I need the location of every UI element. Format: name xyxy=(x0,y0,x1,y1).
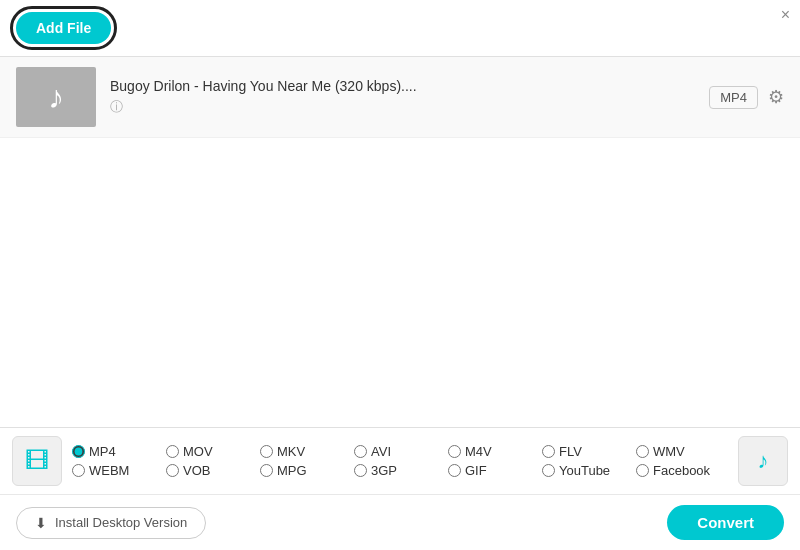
file-thumbnail: ♪ xyxy=(16,67,96,127)
radio-webm[interactable] xyxy=(72,464,85,477)
radio-label-gif: GIF xyxy=(465,463,487,478)
radio-item-wmv[interactable]: WMV xyxy=(636,444,728,459)
radio-grid: MP4 MOV MKV AVI M4V FLV WMV WEBM VOB M xyxy=(72,444,728,478)
radio-3gp[interactable] xyxy=(354,464,367,477)
file-list: ♪ Bugoy Drilon - Having You Near Me (320… xyxy=(0,57,800,138)
radio-item-gif[interactable]: GIF xyxy=(448,463,540,478)
radio-item-m4v[interactable]: M4V xyxy=(448,444,540,459)
close-button[interactable]: × xyxy=(781,6,790,24)
music-small-icon: ♪ xyxy=(758,448,769,474)
radio-label-3gp: 3GP xyxy=(371,463,397,478)
download-icon: ⬇ xyxy=(35,515,47,531)
radio-label-flv: FLV xyxy=(559,444,582,459)
radio-item-flv[interactable]: FLV xyxy=(542,444,634,459)
radio-label-mov: MOV xyxy=(183,444,213,459)
action-bar: ⬇ Install Desktop Version Convert xyxy=(0,495,800,550)
radio-label-youtube: YouTube xyxy=(559,463,610,478)
radio-item-facebook[interactable]: Facebook xyxy=(636,463,728,478)
format-badge[interactable]: MP4 xyxy=(709,86,758,109)
install-label: Install Desktop Version xyxy=(55,515,187,530)
bottom-bar: 🎞 MP4 MOV MKV AVI M4V FLV WMV WEBM xyxy=(0,427,800,550)
header: Add File xyxy=(0,0,800,57)
settings-icon[interactable]: ⚙ xyxy=(768,86,784,108)
radio-m4v[interactable] xyxy=(448,445,461,458)
radio-label-webm: WEBM xyxy=(89,463,129,478)
radio-gif[interactable] xyxy=(448,464,461,477)
install-button[interactable]: ⬇ Install Desktop Version xyxy=(16,507,206,539)
radio-item-avi[interactable]: AVI xyxy=(354,444,446,459)
radio-avi[interactable] xyxy=(354,445,367,458)
info-icon[interactable]: ⓘ xyxy=(110,98,709,116)
radio-label-avi: AVI xyxy=(371,444,391,459)
radio-label-mpg: MPG xyxy=(277,463,307,478)
main-content xyxy=(0,138,800,338)
music-icon: ♪ xyxy=(48,79,64,116)
file-actions: MP4 ⚙ xyxy=(709,86,784,109)
radio-flv[interactable] xyxy=(542,445,555,458)
radio-mpg[interactable] xyxy=(260,464,273,477)
radio-item-3gp[interactable]: 3GP xyxy=(354,463,446,478)
radio-item-mkv[interactable]: MKV xyxy=(260,444,352,459)
radio-item-mov[interactable]: MOV xyxy=(166,444,258,459)
radio-youtube[interactable] xyxy=(542,464,555,477)
film-icon: 🎞 xyxy=(25,447,49,475)
file-item: ♪ Bugoy Drilon - Having You Near Me (320… xyxy=(0,57,800,138)
add-file-button[interactable]: Add File xyxy=(16,12,111,44)
music-icon-box[interactable]: ♪ xyxy=(738,436,788,486)
radio-label-m4v: M4V xyxy=(465,444,492,459)
radio-item-webm[interactable]: WEBM xyxy=(72,463,164,478)
radio-label-mp4: MP4 xyxy=(89,444,116,459)
format-selector: 🎞 MP4 MOV MKV AVI M4V FLV WMV WEBM xyxy=(0,428,800,495)
radio-label-facebook: Facebook xyxy=(653,463,710,478)
radio-item-mp4[interactable]: MP4 xyxy=(72,444,164,459)
film-icon-box: 🎞 xyxy=(12,436,62,486)
convert-button[interactable]: Convert xyxy=(667,505,784,540)
file-info: Bugoy Drilon - Having You Near Me (320 k… xyxy=(110,78,709,116)
radio-mov[interactable] xyxy=(166,445,179,458)
radio-vob[interactable] xyxy=(166,464,179,477)
radio-facebook[interactable] xyxy=(636,464,649,477)
radio-mp4[interactable] xyxy=(72,445,85,458)
radio-item-youtube[interactable]: YouTube xyxy=(542,463,634,478)
radio-mkv[interactable] xyxy=(260,445,273,458)
radio-item-mpg[interactable]: MPG xyxy=(260,463,352,478)
radio-label-wmv: WMV xyxy=(653,444,685,459)
radio-label-vob: VOB xyxy=(183,463,210,478)
radio-wmv[interactable] xyxy=(636,445,649,458)
file-name: Bugoy Drilon - Having You Near Me (320 k… xyxy=(110,78,709,94)
radio-item-vob[interactable]: VOB xyxy=(166,463,258,478)
radio-label-mkv: MKV xyxy=(277,444,305,459)
